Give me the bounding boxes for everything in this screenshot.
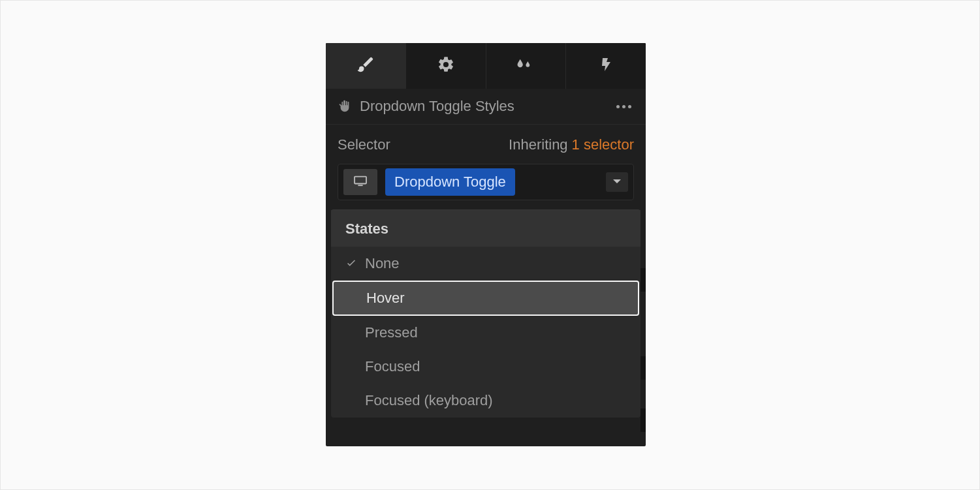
- gear-icon: [437, 55, 455, 76]
- panel-notch: [640, 356, 646, 380]
- panel-title: Dropdown Toggle Styles: [360, 98, 614, 115]
- state-item-label: None: [365, 255, 626, 272]
- selector-row: Selector Inheriting 1 selector: [326, 125, 646, 160]
- state-dropdown-toggle[interactable]: [606, 172, 628, 192]
- bolt-icon: [598, 55, 614, 76]
- more-menu-button[interactable]: [614, 102, 634, 111]
- inheriting-count[interactable]: 1 selector: [572, 136, 634, 153]
- states-list: NoneHoverPressedFocusedFocused (keyboard…: [331, 247, 640, 418]
- state-item-label: Pressed: [365, 324, 626, 341]
- brush-icon: [356, 55, 375, 77]
- style-panel: Dropdown Toggle Styles Selector Inheriti…: [326, 43, 646, 446]
- state-item-label: Hover: [366, 290, 624, 307]
- tab-effects[interactable]: [486, 43, 567, 89]
- check-icon: [345, 258, 365, 269]
- states-popover: States NoneHoverPressedFocusedFocused (k…: [331, 209, 640, 418]
- state-item-focused-keyboard-[interactable]: Focused (keyboard): [331, 384, 640, 418]
- tab-style[interactable]: [326, 43, 406, 89]
- breakpoint-icon: [353, 175, 368, 189]
- svg-rect-0: [355, 177, 366, 184]
- selector-chip[interactable]: Dropdown Toggle: [385, 168, 515, 196]
- inheriting-label: Inheriting: [509, 136, 568, 153]
- panel-header: Dropdown Toggle Styles: [326, 89, 646, 125]
- droplets-icon: [516, 55, 535, 76]
- state-item-hover[interactable]: Hover: [332, 281, 639, 316]
- states-header: States: [331, 210, 640, 247]
- panel-notch: [640, 408, 646, 432]
- selector-label: Selector: [338, 136, 509, 153]
- state-item-label: Focused: [365, 358, 626, 375]
- svg-rect-1: [358, 185, 362, 186]
- caret-down-icon: [612, 176, 622, 188]
- state-item-focused[interactable]: Focused: [331, 350, 640, 384]
- panel-notch: [640, 268, 646, 292]
- hand-icon: [338, 99, 352, 114]
- state-item-pressed[interactable]: Pressed: [331, 316, 640, 350]
- tab-interactions[interactable]: [566, 43, 646, 89]
- state-item-none[interactable]: None: [331, 247, 640, 281]
- state-item-label: Focused (keyboard): [365, 392, 626, 409]
- tab-settings[interactable]: [406, 43, 486, 89]
- stage: Dropdown Toggle Styles Selector Inheriti…: [0, 0, 980, 490]
- selector-field[interactable]: Dropdown Toggle: [338, 164, 634, 200]
- panel-tabs: [326, 43, 646, 89]
- selector-prefix-button[interactable]: [343, 169, 377, 195]
